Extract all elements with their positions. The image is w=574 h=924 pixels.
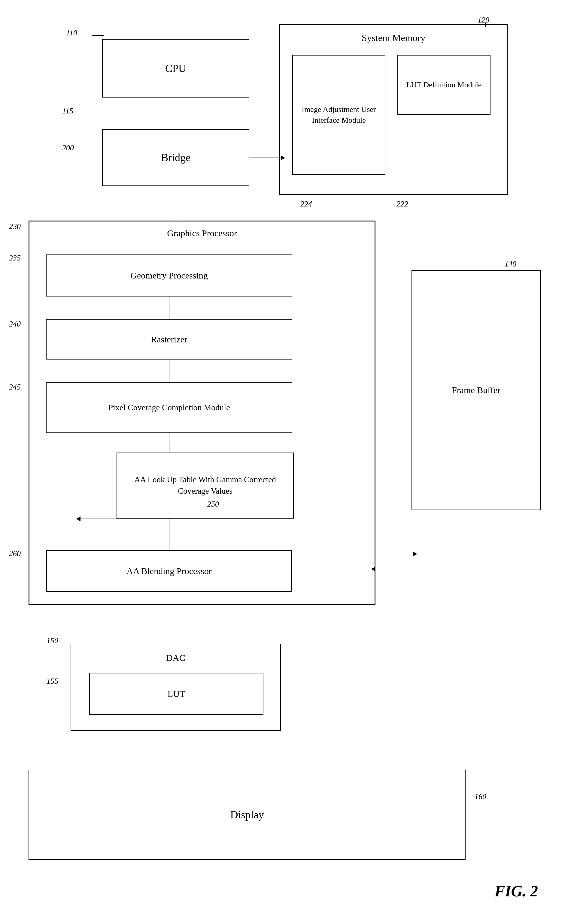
aa-lookup-box: AA Look Up Table With Gamma Corrected Co… (117, 453, 294, 519)
arrow-geo-rast (169, 297, 169, 319)
diagram: CPU 110 Bridge 115 200 System Memory Ima… (0, 0, 574, 924)
rasterizer-label: Rasterizer (151, 334, 188, 344)
label-110: 110 (66, 28, 77, 38)
graphics-processor-box: Graphics Processor Geometry Processing R… (28, 221, 375, 605)
label-120: 120 (478, 16, 489, 25)
geometry-processing-label: Geometry Processing (130, 270, 208, 281)
frame-buffer-box: Frame Buffer (412, 270, 541, 510)
arrow-framebuf-aablend-in (375, 569, 413, 569)
geometry-processing-box: Geometry Processing (46, 255, 292, 297)
arrow-dac-display (176, 731, 176, 770)
graphics-processor-label: Graphics Processor (30, 228, 375, 238)
label-260: 260 (9, 549, 21, 558)
label-250: 250 (207, 500, 219, 509)
display-label: Display (230, 808, 264, 821)
label-160: 160 (475, 792, 486, 801)
arrow-bridge-sysmem (249, 157, 281, 158)
label-150: 150 (47, 636, 58, 645)
label-245: 245 (9, 383, 21, 391)
label-155: 155 (47, 677, 58, 686)
label-140: 140 (505, 259, 516, 269)
display-box: Display (28, 770, 465, 860)
aa-lookup-label: AA Look Up Table With Gamma Corrected Co… (117, 471, 293, 500)
lut-definition-box: LUT Definition Module (397, 55, 490, 115)
arrow-cpu-bridge (176, 97, 176, 129)
arrow-aablend-framebuf-out (375, 554, 413, 554)
bridge-label: Bridge (161, 151, 191, 164)
pixel-coverage-box: Pixel Coverage Completion Module (46, 382, 292, 433)
image-adjustment-label: Image Adjustment User Interface Module (293, 101, 385, 129)
label-200: 200 (62, 143, 74, 152)
rasterizer-box: Rasterizer (46, 319, 292, 360)
dac-label: DAC (166, 653, 185, 663)
arrow-aalookup-aablend-h (80, 519, 118, 519)
cpu-box: CPU (102, 39, 249, 97)
system-memory-label: System Memory (280, 32, 507, 44)
lut-label: LUT (167, 689, 185, 699)
label-230: 230 (9, 222, 21, 231)
bridge-box: Bridge (102, 129, 249, 186)
arrow-110 (91, 35, 104, 36)
image-adjustment-box: Image Adjustment User Interface Module (292, 55, 385, 175)
label-222: 222 (396, 200, 408, 209)
arrow-rast-pixel (169, 360, 169, 382)
dac-box: DAC LUT (71, 644, 281, 731)
lut-definition-label: LUT Definition Module (404, 77, 484, 93)
system-memory-box: System Memory Image Adjustment User Inte… (279, 24, 508, 195)
fig-label: FIG. 2 (495, 882, 538, 900)
arrow-120 (485, 22, 486, 27)
label-115: 115 (62, 107, 73, 116)
arrow-bridge-gp (176, 186, 176, 221)
lut-inner-box: LUT (89, 673, 263, 715)
label-240: 240 (9, 320, 21, 328)
cpu-label: CPU (165, 62, 186, 75)
pixel-coverage-label: Pixel Coverage Completion Module (105, 399, 233, 416)
label-235: 235 (9, 254, 21, 262)
aa-blending-box: AA Blending Processor (46, 550, 292, 592)
arrow-aablend-dac (176, 605, 176, 644)
label-224: 224 (300, 200, 312, 209)
frame-buffer-label: Frame Buffer (452, 385, 500, 395)
aa-blending-label: AA Blending Processor (126, 566, 211, 576)
